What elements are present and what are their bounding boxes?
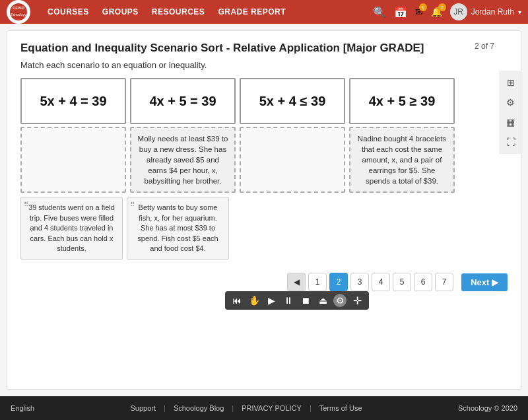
drop-zone-4[interactable]: Nadine bought 4 bracelets that each cost… (349, 127, 455, 193)
pause-icon[interactable]: ⏸ (282, 294, 295, 307)
svg-text:CFISD: CFISD (13, 6, 25, 10)
dropped-card-2: Molly needs at least $39 to buy a new dr… (137, 133, 229, 186)
equation-card-4[interactable]: 4x + 5 ≥ 39 (349, 78, 455, 124)
nav-groups[interactable]: GROUPS (102, 7, 139, 17)
scenario-cards-row: ⠿ 39 students went on a field trip. Five… (20, 197, 486, 260)
nav-grade-report[interactable]: GRADE REPORT (218, 7, 286, 17)
messages-badge[interactable]: ✉ 1 (415, 7, 423, 17)
language-label: English (11, 404, 34, 412)
scenario-text-1: 39 students went on a field trip. Five b… (26, 203, 117, 254)
eject-icon[interactable]: ⏏ (316, 294, 329, 307)
schoology-blog-link[interactable]: Schoology Blog (174, 404, 224, 412)
stop-icon[interactable]: ⏹ (299, 294, 312, 307)
nav-resources[interactable]: RESOURCES (152, 7, 205, 17)
page-button-3[interactable]: 3 (350, 273, 369, 291)
calendar-tool-icon[interactable]: ⊞ (502, 73, 520, 92)
media-toolbar: ⏮ ✋ ▶ ⏸ ⏹ ⏏ ⚙ ✛ (225, 291, 369, 310)
scenario-card-1[interactable]: ⠿ 39 students went on a field trip. Five… (20, 197, 123, 260)
support-link[interactable]: Support (130, 404, 156, 412)
scenario-card-2[interactable]: ⠿ Betty wants to buy some fish, x, for h… (127, 197, 229, 260)
copyright: Schoology © 2020 (458, 404, 517, 412)
svg-text:Schoology: Schoology (11, 13, 26, 17)
move-icon[interactable]: ✛ (350, 294, 364, 307)
chevron-down-icon: ▾ (518, 9, 521, 16)
logo-icon: CFISD Schoology (7, 0, 30, 24)
page-button-2[interactable]: 2 (329, 273, 348, 291)
fullscreen-tool-icon[interactable]: ⛶ (502, 133, 520, 151)
sidebar-tools: ⊞ ⚙ ▦ ⛶ (500, 71, 521, 154)
page-counter: 2 of 7 (475, 42, 494, 51)
media-settings-icon[interactable]: ⚙ (333, 294, 346, 307)
page-button-4[interactable]: 4 (372, 273, 390, 291)
user-name: Jordan Ruth (471, 7, 514, 17)
page-title: Equation and Inequality Scenario Sort - … (20, 42, 486, 55)
drop-zones-row: Molly needs at least $39 to buy a new dr… (20, 127, 486, 193)
notifications-badge[interactable]: 🔔 2 (431, 7, 442, 17)
next-button[interactable]: Next ▶ (461, 273, 508, 291)
content-area: 2 of 7 Equation and Inequality Scenario … (7, 31, 500, 266)
prev-page-button[interactable]: ◀ (287, 273, 306, 291)
calendar-icon[interactable]: 📅 (394, 6, 407, 18)
settings-tool-icon[interactable]: ⚙ (502, 93, 520, 112)
page-button-5[interactable]: 5 (393, 273, 411, 291)
drag-handle-icon: ⠿ (24, 200, 28, 209)
drop-zone-3[interactable] (240, 127, 345, 193)
drop-zone-2[interactable]: Molly needs at least $39 to buy a new dr… (130, 127, 236, 193)
skip-back-icon[interactable]: ⏮ (230, 294, 244, 307)
page-button-1[interactable]: 1 (308, 273, 327, 291)
nav-right: 🔍 📅 ✉ 1 🔔 2 JR Jordan Ruth ▾ (373, 3, 521, 20)
search-icon[interactable]: 🔍 (373, 6, 386, 18)
notification-count: 2 (438, 3, 446, 11)
equation-card-1[interactable]: 5x + 4 = 39 (20, 78, 126, 124)
scenario-text-2: Betty wants to buy some fish, x, for her… (133, 203, 223, 254)
drag-handle-icon-2: ⠿ (130, 200, 135, 209)
calculator-tool-icon[interactable]: ▦ (502, 113, 520, 131)
footer: English Support | Schoology Blog | PRIVA… (0, 396, 528, 420)
page-button-6[interactable]: 6 (414, 273, 432, 291)
nav-links: COURSES GROUPS RESOURCES GRADE REPORT (48, 7, 373, 17)
equation-card-2[interactable]: 4x + 5 = 39 (130, 78, 236, 124)
top-navigation: CFISD Schoology COURSES GROUPS RESOURCES… (0, 0, 528, 24)
avatar: JR (450, 3, 467, 20)
equation-cards-row: 5x + 4 = 39 4x + 5 = 39 5x + 4 ≤ 39 4x +… (20, 78, 486, 124)
message-count: 1 (419, 3, 427, 11)
user-menu[interactable]: JR Jordan Ruth ▾ (450, 3, 521, 20)
main-content: ⊞ ⚙ ▦ ⛶ 2 of 7 Equation and Inequality S… (7, 30, 521, 390)
nav-courses[interactable]: COURSES (48, 7, 89, 17)
logo[interactable]: CFISD Schoology (7, 0, 34, 24)
equation-card-3[interactable]: 5x + 4 ≤ 39 (240, 78, 345, 124)
drop-zone-1[interactable] (20, 127, 126, 193)
privacy-policy-link[interactable]: PRIVACY POLICY (242, 404, 302, 412)
page-button-7[interactable]: 7 (435, 273, 453, 291)
instruction-text: Match each scenario to an equation or in… (20, 60, 486, 70)
hand-icon[interactable]: ✋ (248, 294, 261, 307)
terms-of-use-link[interactable]: Terms of Use (319, 404, 362, 412)
dropped-card-4: Nadine bought 4 bracelets that each cost… (356, 133, 448, 186)
footer-links: Support | Schoology Blog | PRIVACY POLIC… (130, 404, 362, 412)
play-icon[interactable]: ▶ (265, 294, 278, 307)
